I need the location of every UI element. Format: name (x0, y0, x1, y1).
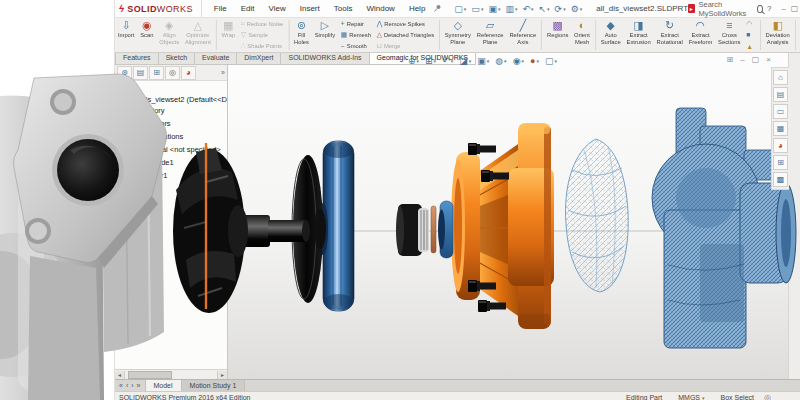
status-item[interactable]: MMGS▾ (678, 394, 704, 400)
panel-tab[interactable]: ⊞ (149, 66, 164, 80)
ribbon-button[interactable]: ◐ Orient Mesh ▾ (571, 18, 593, 52)
command-manager-tab[interactable]: SOLIDWORKS Add-Ins (280, 53, 368, 65)
ribbon-button[interactable]: ■ ▾ (743, 29, 757, 40)
window-control-button[interactable]: ▢ (791, 4, 799, 13)
search-input[interactable]: Search MySolidWorks (699, 0, 751, 18)
ribbon-button[interactable]: ⊚ Fill Holes ▾ (291, 18, 312, 52)
quick-access-button[interactable]: ⟳▾ (553, 4, 568, 14)
menu-item[interactable]: Help (403, 3, 431, 14)
ribbon-button[interactable]: ~ Smooth ▾ (338, 41, 374, 52)
ribbon-button[interactable]: + Repair ▾ (338, 18, 374, 29)
scroll-right-icon[interactable]: ▸ (217, 371, 227, 379)
ribbon-button[interactable]: ▾ (439, 20, 440, 50)
task-pane-tab[interactable]: ◕ (773, 138, 788, 153)
ribbon-button[interactable]: ◠ ▾ (743, 18, 757, 29)
document-window-control[interactable]: ⊞ (727, 55, 734, 64)
search-icon[interactable] (757, 5, 763, 13)
ribbon-button[interactable]: △ Detached Triangles ▾ (374, 29, 437, 40)
status-item[interactable]: Editing Part▾ (626, 394, 662, 400)
part-thrust-collar-blue[interactable] (438, 201, 453, 258)
ribbon-button[interactable]: ╱ Reference Axis ▾ (507, 18, 540, 52)
ribbon-button[interactable]: ◆ Auto Surface ▾ (598, 18, 624, 52)
command-manager-tab[interactable]: Sketch (158, 53, 194, 65)
scroll-left-icon[interactable]: ◂ (115, 371, 125, 379)
quick-access-button[interactable]: ▥▾ (503, 4, 519, 14)
ribbon-button[interactable]: ▦ Remesh ▾ (338, 29, 374, 40)
panel-tab[interactable]: ▤ (133, 66, 148, 80)
task-pane-tab[interactable]: ▩ (773, 172, 788, 187)
ribbon-button[interactable]: ◠ Extract Freeform ▾ (686, 18, 715, 52)
quick-access-button[interactable]: ↶▾ (520, 4, 535, 14)
ribbon-button[interactable]: ▾ (288, 20, 289, 50)
menu-item[interactable]: View (263, 3, 292, 14)
ribbon-button[interactable]: ▽ Sample ▾ (238, 29, 286, 40)
ribbon-button[interactable]: ▷ Simplify ▾ (312, 18, 338, 52)
quick-access-button[interactable]: ▣▾ (486, 4, 502, 14)
command-manager-tab[interactable]: Features (115, 53, 158, 65)
status-tag-icon[interactable]: ◎ (764, 393, 771, 400)
panel-tab[interactable]: ◎ (165, 66, 180, 80)
ribbon-button[interactable]: ↻ Extract Rotational ▾ (654, 18, 686, 52)
panel-tab-overflow[interactable]: » (221, 69, 225, 76)
ribbon-button[interactable]: ⋀ Remove Spikes ▾ (374, 18, 437, 29)
ribbon-button[interactable]: ▱ Reference Plane ▾ (474, 18, 507, 52)
tab-nav-button[interactable]: › (130, 382, 134, 389)
headsup-toolbar-button[interactable]: ◪▾ (459, 56, 471, 66)
model-tab[interactable]: Motion Study 1 (182, 380, 246, 391)
ribbon-button[interactable]: ◈ Align Objects ▾ (156, 18, 182, 52)
ribbon-button[interactable]: ⇩ Import ▾ (115, 18, 137, 52)
task-pane-tab[interactable]: ▤ (773, 87, 788, 102)
window-control-button[interactable]: – (781, 4, 785, 13)
ribbon-button[interactable]: ∴ Shade Points ▾ (238, 41, 286, 52)
headsup-toolbar-button[interactable]: ⊕▾ (408, 56, 419, 66)
model-tab[interactable]: Model (146, 380, 182, 391)
ribbon-button[interactable]: ◇ Symmetry Plane ▾ (442, 18, 474, 52)
part-copper-washer[interactable] (431, 206, 436, 253)
menu-item[interactable]: Edit (235, 3, 261, 14)
ribbon-button[interactable]: ≈ Reduce Noise ▾ (238, 18, 286, 29)
panel-tab[interactable]: ◕ (181, 66, 196, 80)
ribbon-button[interactable]: ◨ Extract Extrusion ▾ (624, 18, 654, 52)
tab-nav-button[interactable]: ‹ (125, 382, 129, 389)
task-pane-tab[interactable]: ⊞ (773, 155, 788, 170)
quick-access-button[interactable]: ▭▾ (469, 4, 485, 14)
ribbon-button[interactable]: △ Optimize Alignment ▾ (182, 18, 214, 52)
ribbon-button[interactable]: ▾ (216, 20, 217, 50)
status-item[interactable]: Box Select▾ (721, 394, 754, 400)
command-manager-tab[interactable]: DimXpert (236, 53, 280, 65)
ribbon-button[interactable]: ◧ Deviation Analysis ▾ (763, 18, 793, 52)
quick-access-button[interactable]: ↖▾ (537, 4, 552, 14)
menu-item[interactable]: File (208, 3, 233, 14)
tab-nav-button[interactable]: « (118, 382, 124, 389)
headsup-toolbar-button[interactable]: ◉▾ (513, 56, 524, 66)
ribbon-button[interactable]: ▾ (760, 20, 761, 50)
document-window-control[interactable]: – (740, 55, 744, 64)
headsup-toolbar-button[interactable]: ↶▾ (442, 56, 453, 66)
pin-icon[interactable] (433, 3, 442, 15)
scrollbar-thumb[interactable] (128, 371, 172, 379)
task-pane-tab[interactable]: ▦ (773, 121, 788, 136)
ribbon-button[interactable]: ▦ Wrap ▾ (219, 18, 239, 52)
ribbon-button[interactable]: ▾ (795, 20, 796, 50)
ribbon-button[interactable]: ▲ ▾ (743, 41, 757, 52)
ribbon-button[interactable]: ≡ Cross Sections ▾ (715, 18, 743, 52)
menu-item[interactable]: Insert (294, 3, 326, 14)
quick-access-button[interactable]: ▢▾ (452, 4, 468, 14)
ribbon-button[interactable]: ◉ Scan ▾ (137, 18, 156, 52)
document-window-control[interactable]: × (766, 55, 771, 64)
task-pane-tab[interactable]: ⌂ (773, 70, 788, 85)
ribbon-button[interactable]: ▾ (595, 20, 596, 50)
document-window-control[interactable]: ▢ (752, 55, 760, 64)
headsup-toolbar-button[interactable]: ●▾ (530, 56, 539, 66)
part-bearing-spacer[interactable] (396, 204, 429, 256)
headsup-toolbar-button[interactable]: ▢▾ (545, 56, 557, 66)
headsup-toolbar-button[interactable]: ◍▾ (495, 56, 506, 66)
panel-horizontal-scrollbar[interactable]: ◂ ▸ (115, 369, 227, 379)
ribbon-button[interactable]: ▩ Regions ▾ (544, 18, 571, 52)
ribbon-button[interactable]: ⊔ Merge ▾ (374, 41, 437, 52)
headsup-toolbar-button[interactable]: ▣▾ (477, 56, 489, 66)
command-manager-tab[interactable]: Evaluate (194, 53, 236, 65)
tab-nav-button[interactable]: » (136, 382, 142, 389)
task-pane-tab[interactable]: ▭ (773, 104, 788, 119)
headsup-toolbar-button[interactable]: ⊞▾ (425, 56, 436, 66)
